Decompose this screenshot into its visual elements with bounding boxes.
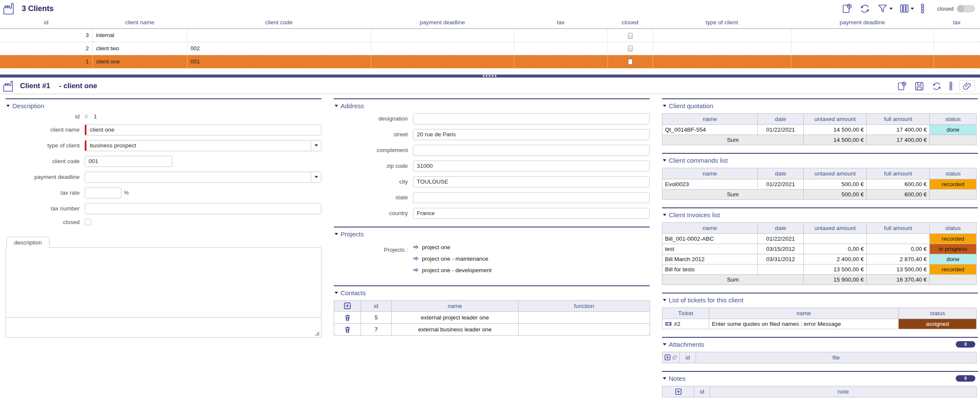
delete-trash-icon[interactable] (344, 326, 351, 333)
refresh-icon[interactable] (931, 81, 942, 92)
attachment-button[interactable] (960, 80, 975, 92)
more-options-kebab-icon[interactable] (949, 81, 953, 91)
dropdown-button[interactable] (311, 172, 321, 182)
col-header-function[interactable]: function (519, 300, 650, 311)
col-header-name[interactable]: name (662, 222, 758, 233)
closed-checkbox[interactable] (628, 33, 633, 39)
invoice-row[interactable]: Bill for tests 13 500,00 € 13 500,00 € r… (662, 264, 977, 274)
table-row-client-one-selected[interactable]: 1 client one 001 (0, 55, 980, 68)
designation-field[interactable] (413, 113, 650, 124)
col-header-name[interactable]: name (662, 168, 758, 179)
col-header-full-amount[interactable]: full amount (867, 168, 930, 179)
paperclip-icon[interactable] (672, 354, 678, 360)
contact-row[interactable]: 5 external project leader one (334, 311, 650, 323)
table-row-client-two[interactable]: 2 client two 002 (0, 42, 980, 55)
table-row-client-internal[interactable]: 3 internal (0, 29, 980, 42)
columns-button[interactable] (899, 3, 914, 14)
client-name-field[interactable]: client one (85, 124, 321, 135)
col-header-ticket[interactable]: Ticket (662, 308, 709, 319)
refresh-icon[interactable] (859, 3, 871, 14)
col-header-file[interactable]: file (696, 352, 977, 363)
section-tickets-header[interactable]: List of tickets for this client (662, 293, 978, 308)
city-field[interactable]: TOULOUSE (413, 176, 650, 187)
col-header-id[interactable]: id (694, 386, 710, 397)
section-description-header[interactable]: Description (6, 99, 321, 113)
col-header-full-amount[interactable]: full amount (867, 113, 930, 124)
col-header-closed[interactable]: closed (607, 17, 653, 29)
type-of-client-select[interactable]: business prospect (85, 140, 321, 151)
tax-rate-field[interactable] (85, 187, 121, 198)
add-icon[interactable] (675, 388, 682, 395)
col-header-id[interactable]: id (0, 17, 92, 29)
section-contacts-header[interactable]: Contacts (334, 286, 650, 300)
delete-trash-icon[interactable] (344, 314, 351, 321)
col-header-name[interactable]: name (392, 300, 519, 311)
section-notes-header[interactable]: Notes 0 (662, 372, 978, 386)
add-icon[interactable] (665, 354, 671, 360)
section-address-header[interactable]: Address (334, 99, 650, 113)
closed-checkbox[interactable] (85, 219, 91, 225)
invoice-row[interactable]: Bill_001-0002-ABC 01/22/2021 recorded (662, 233, 977, 244)
new-record-button[interactable] (841, 3, 853, 14)
col-header-id[interactable]: id (361, 300, 392, 311)
pane-splitter-handle[interactable] (0, 75, 980, 78)
project-link[interactable]: project one (413, 242, 492, 253)
new-record-button[interactable] (897, 81, 907, 92)
description-textarea[interactable] (6, 248, 321, 318)
invoice-row[interactable]: Bill March 2012 03/31/2012 2 400,00 € 2 … (662, 254, 977, 264)
more-options-kebab-icon[interactable] (920, 3, 925, 14)
section-projects-header[interactable]: Projects (334, 227, 650, 242)
col-header-tax-2[interactable]: tax (934, 17, 980, 29)
add-icon[interactable] (344, 302, 351, 309)
col-header-type-of-client[interactable]: type of client (653, 17, 791, 29)
col-header-untaxed-amount[interactable]: untaxed amount (804, 168, 867, 179)
section-quotation-header[interactable]: Client quotation (662, 99, 978, 113)
dropdown-button[interactable] (311, 141, 321, 151)
project-link[interactable]: project one - maintenance (413, 253, 492, 264)
col-header-status[interactable]: status (930, 222, 977, 233)
col-header-status[interactable]: status (899, 308, 977, 319)
col-header-date[interactable]: date (758, 168, 804, 179)
resize-grip-icon[interactable] (315, 331, 319, 336)
col-header-id[interactable]: id (680, 352, 696, 363)
state-field[interactable] (413, 192, 650, 203)
section-title: Client quotation (669, 102, 713, 109)
col-header-payment-deadline[interactable]: payment deadline (371, 17, 514, 29)
section-attachments-header[interactable]: Attachments 0 (662, 338, 978, 352)
ticket-row[interactable]: #2 Enter some quotes on filed names : er… (662, 319, 977, 329)
section-commands-header[interactable]: Client commands list (662, 154, 978, 168)
payment-deadline-select[interactable] (85, 172, 321, 183)
contact-row[interactable]: 7 external business leader one (334, 323, 650, 335)
closed-checkbox[interactable] (628, 46, 633, 52)
col-header-name[interactable]: name (709, 308, 899, 319)
col-header-tax[interactable]: tax (514, 17, 607, 29)
closed-checkbox[interactable] (628, 59, 633, 65)
client-code-field[interactable]: 001 (85, 156, 172, 167)
col-header-client-code[interactable]: client code (187, 17, 371, 29)
complement-field[interactable] (413, 145, 650, 156)
tab-description[interactable]: description (6, 237, 49, 248)
col-header-note[interactable]: note (710, 386, 977, 397)
quotation-row[interactable]: Qt_0014BF-554 01/22/2021 14 500,00 € 17 … (662, 124, 977, 135)
closed-toggle-switch[interactable] (957, 5, 975, 12)
project-link[interactable]: project one - developement (413, 264, 492, 276)
zip-code-field[interactable]: 31000 (413, 161, 650, 172)
col-header-untaxed-amount[interactable]: untaxed amount (804, 222, 867, 233)
col-header-full-amount[interactable]: full amount (867, 222, 930, 233)
col-header-payment-deadline-2[interactable]: payment deadline (791, 17, 934, 29)
command-row[interactable]: Evol0023 01/22/2021 500,00 € 600,00 € re… (662, 179, 977, 189)
col-header-status[interactable]: status (930, 113, 977, 124)
col-header-date[interactable]: date (758, 113, 804, 124)
section-invoices-header[interactable]: Client Invoices list (662, 208, 978, 222)
invoice-row[interactable]: test 03/15/2012 0,00 € 0,00 € in progres… (662, 244, 977, 254)
street-field[interactable]: 20 rue de Paris (413, 129, 650, 140)
filter-button[interactable] (877, 3, 893, 14)
col-header-untaxed-amount[interactable]: untaxed amount (804, 113, 867, 124)
col-header-date[interactable]: date (758, 222, 804, 233)
country-field[interactable]: France (413, 208, 650, 219)
col-header-name[interactable]: name (662, 113, 758, 124)
save-button[interactable] (914, 81, 925, 92)
col-header-status[interactable]: status (930, 168, 977, 179)
tax-number-field[interactable] (85, 203, 321, 214)
col-header-client-name[interactable]: client name (92, 17, 187, 29)
